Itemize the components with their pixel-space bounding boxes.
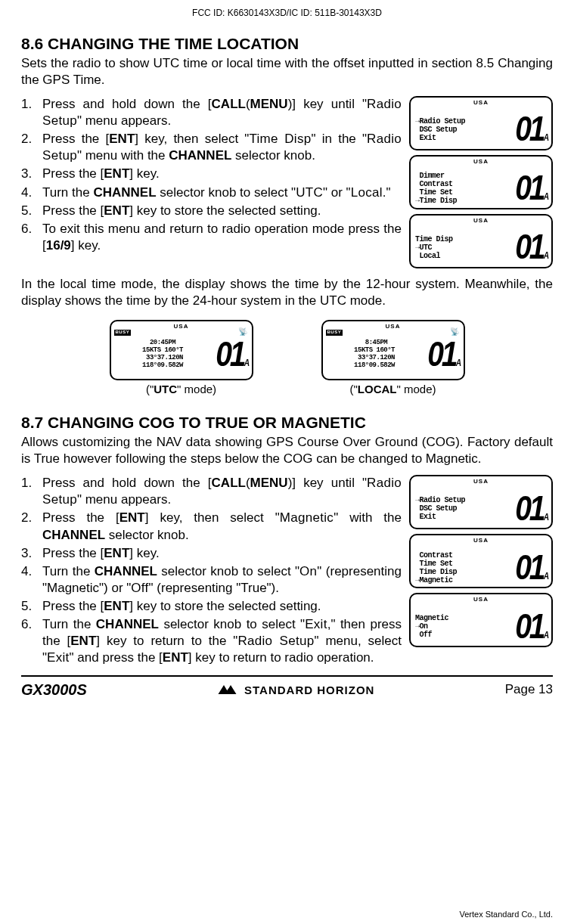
step-number: 2. <box>21 131 42 164</box>
lcd-channel-suffix: A <box>544 630 547 642</box>
step-number: 1. <box>21 96 42 129</box>
section-8-6-screens: USA→Radio Setup DSC Setup Exit01AUSA Dim… <box>409 96 553 268</box>
lcd-channel-suffix: A <box>544 132 547 144</box>
model-number: GX3000S <box>21 680 87 699</box>
lcd-screen: USA Dimmer Contrast Time Set →Time Disp0… <box>409 155 553 209</box>
section-8-7-screens: USA→Radio Setup DSC Setup Exit01AUSA Con… <box>409 475 553 668</box>
lcd-channel: 01A <box>515 486 547 530</box>
lcd-channel-suffix: A <box>544 250 547 262</box>
section-8-6-note: In the local time mode, the display show… <box>21 276 553 309</box>
lcd-channel-suffix: A <box>544 512 547 524</box>
lcd-channel: 01A <box>427 332 459 377</box>
section-8-7-body: 1.Press and hold down the [CALL(MENU)] k… <box>21 475 553 668</box>
lcd-menu-text: →Radio Setup DSC Setup Exit <box>415 496 510 521</box>
lcd-menu-text: →Radio Setup DSC Setup Exit <box>415 117 510 142</box>
lcd-region: USA <box>415 217 547 225</box>
step-number: 3. <box>21 545 42 562</box>
mode-label: ("UTC" mode) <box>110 382 253 397</box>
mode-label: ("LOCAL" mode) <box>321 382 465 397</box>
lcd-screen: USA→Radio Setup DSC Setup Exit01A <box>409 475 553 529</box>
step-item: 1.Press and hold down the [CALL(MENU)] k… <box>21 475 402 508</box>
step-text: Press the [ENT] key. <box>42 545 402 562</box>
step-text: Press the [ENT] key, then select "Magnet… <box>42 510 402 543</box>
lcd-menu-text: Time Disp →UTC Local <box>415 235 510 260</box>
lcd-channel: 01A <box>515 604 547 648</box>
lcd-channel: 01A <box>216 332 247 377</box>
step-text: Press the [ENT] key, then select "Time D… <box>42 131 402 164</box>
step-number: 5. <box>21 203 42 219</box>
step-text: Press the [ENT] key to store the selecte… <box>42 598 402 615</box>
step-item: 6.To exit this menu and return to radio … <box>21 221 402 254</box>
section-8-6-title: 8.6 CHANGING THE TIME LOCATION <box>21 33 553 54</box>
lcd-menu-text: Dimmer Contrast Time Set →Time Disp <box>415 172 510 205</box>
lcd-menu-text: Contrast Time Set Time Disp →Magnetic <box>415 551 510 584</box>
lcd-region: USA <box>116 323 247 330</box>
logo-icon <box>217 684 240 696</box>
lcd-screen: USATime Disp →UTC Local01A <box>409 214 553 268</box>
step-number: 3. <box>21 166 42 182</box>
lcd-region: USA <box>415 478 547 485</box>
step-number: 2. <box>21 510 42 543</box>
lcd-region: USA <box>415 158 547 166</box>
step-item: 6.Turn the CHANNEL selector knob to sele… <box>21 616 402 666</box>
step-item: 2.Press the [ENT] key, then select "Time… <box>21 131 402 164</box>
lcd-screen: USA Contrast Time Set Time Disp →Magneti… <box>409 534 553 588</box>
lcd-screen: USA→Radio Setup DSC Setup Exit01A <box>409 96 553 150</box>
section-8-6-steps: 1.Press and hold down the [CALL(MENU)] k… <box>21 96 402 268</box>
step-item: 5.Press the [ENT] key to store the selec… <box>21 203 402 219</box>
step-item: 3.Press the [ENT] key. <box>21 166 402 182</box>
lcd-channel: 01A <box>515 225 547 268</box>
lcd-channel-suffix: A <box>456 358 459 370</box>
brand-logo: STANDARD HORIZON <box>217 683 374 698</box>
lcd-menu-text: Magnetic →On Off <box>415 614 510 639</box>
copyright: Vertex Standard Co., Ltd. <box>459 909 553 919</box>
section-8-7-intro: Allows customizing the NAV data showing … <box>21 434 553 467</box>
lcd-channel: 01A <box>515 166 547 209</box>
brand-text: STANDARD HORIZON <box>244 683 374 698</box>
lcd-screen: BUSY📡USA20:45PM 15KTS 160°T 33°37.120N 1… <box>110 320 253 380</box>
step-text: Turn the CHANNEL selector knob to select… <box>42 563 402 597</box>
lcd-channel: 01A <box>515 107 547 150</box>
step-text: To exit this menu and return to radio op… <box>42 221 402 254</box>
step-number: 4. <box>21 184 42 201</box>
fcc-id: FCC ID: K6630143X3D/IC ID: 511B-30143X3D <box>21 8 553 20</box>
lcd-region: USA <box>327 323 459 330</box>
step-number: 4. <box>21 563 42 597</box>
step-text: Press the [ENT] key to store the selecte… <box>42 203 402 219</box>
step-item: 5.Press the [ENT] key to store the selec… <box>21 598 402 615</box>
lcd-menu-text: 20:45PM 15KTS 160°T 33°37.120N 118°09.58… <box>116 339 210 369</box>
step-text: Turn the CHANNEL selector knob to select… <box>42 616 402 666</box>
page-footer: GX3000S STANDARD HORIZON Page 13 <box>21 680 553 699</box>
lcd-region: USA <box>415 596 547 603</box>
section-8-7-steps: 1.Press and hold down the [CALL(MENU)] k… <box>21 475 402 668</box>
lcd-screen: BUSY📡USA 8:45PM 15KTS 160°T 33°37.120N 1… <box>321 320 465 380</box>
step-text: Press the [ENT] key. <box>42 166 402 182</box>
step-number: 6. <box>21 616 42 666</box>
page-number: Page 13 <box>505 681 553 698</box>
lcd-region: USA <box>415 99 547 107</box>
mode-example: BUSY📡USA20:45PM 15KTS 160°T 33°37.120N 1… <box>110 320 253 397</box>
step-number: 6. <box>21 221 42 254</box>
lcd-menu-text: 8:45PM 15KTS 160°T 33°37.120N 118°09.582… <box>327 339 422 369</box>
lcd-region: USA <box>415 537 547 544</box>
lcd-screen: USAMagnetic →On Off01A <box>409 593 553 647</box>
footer-divider <box>21 675 553 677</box>
section-8-6-body: 1.Press and hold down the [CALL(MENU)] k… <box>21 96 553 268</box>
lcd-channel-suffix: A <box>544 571 547 583</box>
mode-example: BUSY📡USA 8:45PM 15KTS 160°T 33°37.120N 1… <box>321 320 465 397</box>
step-text: Press and hold down the [CALL(MENU)] key… <box>42 96 402 129</box>
step-number: 5. <box>21 598 42 615</box>
busy-indicator: BUSY <box>114 330 132 336</box>
step-text: Press and hold down the [CALL(MENU)] key… <box>42 475 402 508</box>
step-item: 4.Turn the CHANNEL selector knob to sele… <box>21 563 402 597</box>
section-8-6-intro: Sets the radio to show UTC time or local… <box>21 55 553 88</box>
mode-examples: BUSY📡USA20:45PM 15KTS 160°T 33°37.120N 1… <box>21 320 553 397</box>
step-number: 1. <box>21 475 42 508</box>
step-text: Turn the CHANNEL selector knob to select… <box>42 184 402 201</box>
step-item: 2.Press the [ENT] key, then select "Magn… <box>21 510 402 543</box>
lcd-channel-suffix: A <box>544 191 547 203</box>
lcd-channel-suffix: A <box>244 358 247 370</box>
section-8-7-title: 8.7 CHANGING COG TO TRUE OR MAGNETIC <box>21 412 553 433</box>
lcd-channel: 01A <box>515 545 547 589</box>
busy-indicator: BUSY <box>326 330 343 336</box>
